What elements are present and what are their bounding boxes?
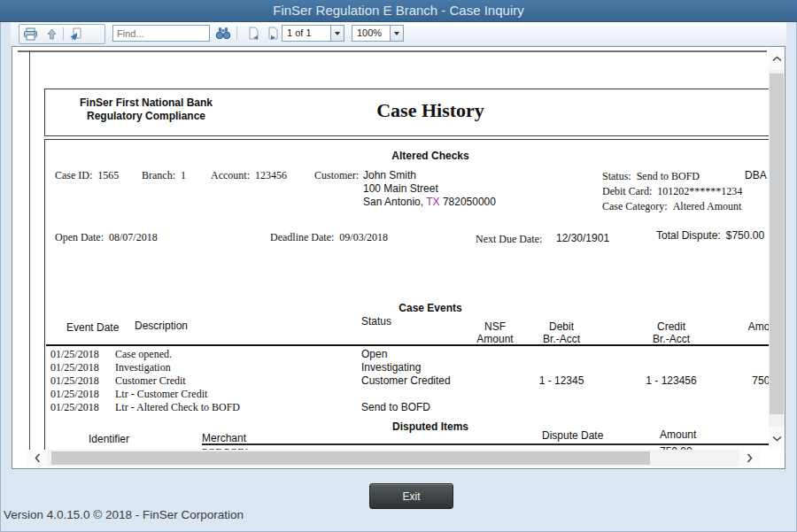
total-dispute-label: Total Dispute: [656,229,721,242]
next-due-label: Next Due Date: [476,233,542,246]
horizontal-scrollbar[interactable] [27,450,760,466]
disputed-items-heading: Disputed Items [322,420,538,433]
open-date-field: Open Date:08/07/2018 [55,231,158,244]
status-line: Status:Send to BOFD [602,169,742,184]
scroll-right-button[interactable] [739,450,760,466]
report-page: FinSer First National Bank Regulatory Co… [12,47,785,468]
col-dispute-date: Dispute Date [542,429,603,442]
binoculars-icon [215,27,231,40]
customer-label: Customer: [314,169,359,182]
window-titlebar: FinSer Regulation E Branch - Case Inquir… [0,0,797,22]
event-status: Investigating [361,361,421,374]
page-back-icon [247,27,259,40]
report-toolbar: 1 of 1 100% [11,22,786,45]
up-arrow-icon [46,28,58,40]
print-button[interactable] [19,26,41,42]
total-dispute-value: $750.00 [726,229,764,242]
event-debit-acct: 1 - 12345 [527,374,596,387]
scroll-left-button[interactable] [27,450,48,466]
find-button[interactable] [213,25,234,42]
exit-button[interactable]: Exit [369,483,453,509]
case-category-value: Altered Amount [673,200,742,212]
chevron-up-icon [772,56,782,62]
case-inquiry-window: FinSer Regulation E Branch - Case Inquir… [0,0,797,532]
col-debit-line1: Debit [527,320,596,333]
chevron-left-icon [35,453,41,463]
report-viewer: FinSer First National Bank Regulatory Co… [12,46,785,469]
exit-button-label: Exit [402,490,420,503]
zoom-dropdown[interactable] [391,25,404,42]
debit-card-line: Debit Card:101202******1234 [602,184,742,199]
customer-address-block: John Smith 100 Main Street San Antonio, … [363,169,496,209]
printer-icon [23,27,38,41]
window-title: FinSer Regulation E Branch - Case Inquir… [273,3,523,18]
branch-label: Branch: [142,169,175,181]
case-events-heading: Case Events [322,302,538,314]
event-status: Send to BOFD [361,401,430,413]
open-date-label: Open Date: [55,231,104,243]
col-dispute-amount: Amount [660,428,696,441]
event-date: 01/25/2018 [50,361,99,374]
case-id-label: Case ID: [55,169,92,181]
account-field: Account:123456 [211,169,287,182]
case-id-value: 1565 [97,169,119,181]
col-debit-acct: Debit Br.-Acct [527,320,596,345]
page-top-edge [18,50,767,52]
chevron-right-icon [747,453,753,463]
zoom-level: 100% [357,27,382,38]
previous-page-button[interactable] [243,25,264,42]
col-credit-line2: Br.-Acct [637,333,706,345]
find-input[interactable] [112,25,210,42]
event-credit-acct: 1 - 123456 [637,374,706,387]
event-description: Ltr - Customer Credit [115,388,207,401]
event-date: 01/25/2018 [50,401,99,414]
zoom-level-field[interactable]: 100% [352,25,391,42]
vertical-scroll-thumb[interactable] [770,73,784,414]
customer-city: San Antonio, [363,196,423,208]
scroll-down-button[interactable] [769,427,785,450]
report-title: Case History [322,99,538,122]
page-forward-icon [267,27,279,40]
event-description: Ltr - Altered Check to BOFD [115,401,240,414]
export-button[interactable] [65,26,86,42]
page-left-edge [29,50,30,450]
deadline-date-value: 09/03/2018 [339,231,388,243]
bank-department: Regulatory Compliance [51,110,241,123]
toolbar-separator [63,27,64,41]
scroll-up-button[interactable] [769,47,785,70]
chevron-down-icon [394,32,399,35]
altered-checks-heading: Altered Checks [322,150,538,162]
status-label: Status: [602,170,631,182]
event-status: Open [361,348,387,360]
col-identifier: Identifier [89,433,129,445]
status-value: Send to BOFD [637,170,700,182]
case-status-block: Status:Send to BOFD Debit Card:101202***… [602,169,742,214]
case-id-field: Case ID:1565 [55,169,119,182]
branch-field: Branch:1 [142,169,186,182]
version-text: Version 4.0.15.0 © 2018 - FinSer Corpora… [4,508,244,521]
deadline-date-label: Deadline Date: [270,231,334,243]
event-date: 01/25/2018 [50,374,99,388]
event-description: Customer Credit [115,374,186,388]
event-date: 01/25/2018 [50,348,99,361]
col-status: Status [361,315,391,328]
col-debit-line2: Br.-Acct [527,333,596,345]
col-credit-line1: Credit [637,320,706,333]
event-description: Investigation [115,361,171,374]
total-dispute-field: Total Dispute:$750.00 [656,229,764,242]
customer-state: TX [426,196,439,208]
col-description: Description [135,320,188,332]
horizontal-scroll-thumb[interactable] [51,451,650,465]
case-category-line: Case Category:Altered Amount [602,199,742,214]
open-date-value: 08/07/2018 [109,231,158,243]
case-events-header-rule [46,344,785,346]
vertical-scrollbar[interactable] [769,47,785,450]
debit-card-value: 101202******1234 [657,185,742,197]
bank-name: FinSer First National Bank [51,96,241,110]
next-page-button[interactable] [262,25,283,42]
up-button[interactable] [41,26,62,42]
dba-value: DBA [745,169,767,181]
page-indicator-dropdown[interactable] [331,25,344,42]
page-indicator-field[interactable]: 1 of 1 [282,25,331,42]
col-merchant: Merchant [202,432,246,444]
